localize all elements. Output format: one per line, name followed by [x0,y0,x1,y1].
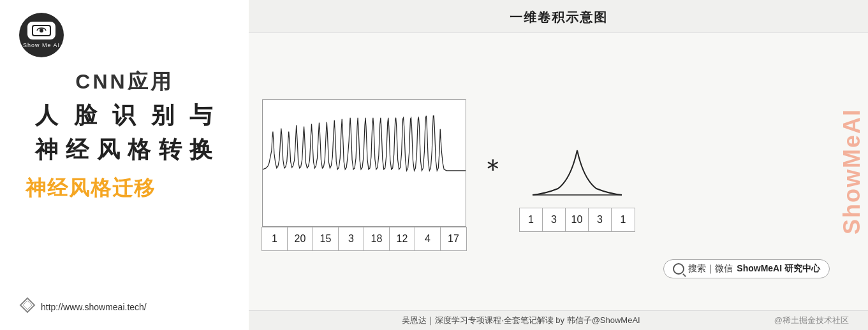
sidebar-title-line1: 人脸识别与 [35,98,214,133]
kernel-cell-2: 10 [566,208,589,231]
signal-cell-0: 1 [262,227,288,250]
sidebar-highlight: 神经风格迁移 [13,175,156,203]
kernel-cell-4: 1 [612,208,635,231]
logo-inner [27,22,55,39]
sidebar-cnn-title: CNN应用 [75,69,173,96]
signal-cell-4: 18 [364,227,390,250]
logo-text: Show Me AI [23,42,60,48]
signal-waveform-svg [263,100,466,226]
signal-box [262,99,466,227]
search-icon [673,263,684,275]
url-text: http://www.showmeai.tech/ [41,302,147,312]
watermark-text: ShowMeAI [839,108,865,234]
kernel-numbers: 1 3 10 3 1 [519,208,635,232]
title-bar: 一维卷积示意图 [249,0,868,33]
content-area: 1 20 15 3 18 12 4 17 ＊ 1 [249,33,868,310]
logo-circle: Show Me AI [19,13,64,57]
main-title: 一维卷积示意图 [510,10,608,24]
signal-cell-6: 4 [415,227,441,250]
search-box-area: 搜索｜微信 ShowMeAI 研究中心 [663,259,830,278]
search-label: 搜索｜微信 [688,263,733,275]
kernel-section: ＊ 1 3 10 3 1 [480,131,635,232]
main-content: 一维卷积示意图 1 20 15 3 18 12 4 17 [249,0,868,330]
url-icon [19,297,36,317]
sidebar-url: http://www.showmeai.tech/ [13,297,147,324]
signal-cell-3: 3 [339,227,364,250]
signal-section: 1 20 15 3 18 12 4 17 [261,99,467,251]
search-brand: ShowMeAI 研究中心 [737,263,820,275]
signal-cell-2: 15 [313,227,339,250]
watermark-area: ShowMeAI [836,33,868,310]
logo-area: Show Me AI [13,13,64,57]
bottom-right-text: @稀土掘金技术社区 [774,315,849,326]
sidebar-title-line2: 神经风格转换 [35,133,214,167]
signal-cell-5: 12 [390,227,415,250]
kernel-curve-svg [526,131,628,208]
logo-svg [31,24,52,37]
svg-point-1 [40,29,43,32]
bottom-bar: 吴恩达｜深度学习专项课程·全套笔记解读 by 韩信子@ShowMeAI @稀土掘… [249,310,868,330]
signal-cell-1: 20 [288,227,313,250]
kernel-chart-area: 1 3 10 3 1 [519,131,635,232]
signal-numbers: 1 20 15 3 18 12 4 17 [261,227,467,251]
search-box[interactable]: 搜索｜微信 ShowMeAI 研究中心 [663,259,830,278]
kernel-cell-3: 3 [589,208,612,231]
kernel-cell-0: 1 [520,208,543,231]
bottom-center-text: 吴恩达｜深度学习专项课程·全套笔记解读 by 韩信子@ShowMeAI [268,315,774,326]
kernel-cell-1: 3 [543,208,566,231]
asterisk: ＊ [480,155,506,182]
url-icon-svg [19,297,36,313]
signal-cell-7: 17 [441,227,466,250]
sidebar: Show Me AI CNN应用 人脸识别与 神经风格转换 神经风格迁移 htt… [0,0,249,330]
